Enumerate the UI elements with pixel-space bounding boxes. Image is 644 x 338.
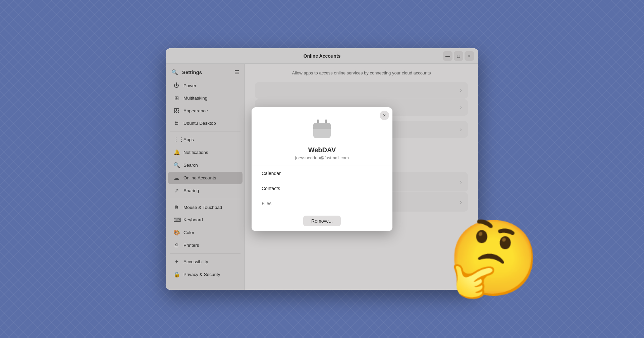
- window-body: 🔍 Settings ☰ ⏻ Power ⊞ Multitasking 🖼 Ap…: [166, 64, 478, 290]
- dialog-feature-contacts: Contacts: [252, 181, 392, 196]
- dialog-title: WebDAV: [308, 146, 336, 154]
- dialog-feature-files: Files: [252, 196, 392, 211]
- dialog-feature-calendar: Calendar: [252, 166, 392, 181]
- webdav-dialog: × WebDAV: [252, 107, 392, 231]
- dialog-features-list: Calendar Contacts Files: [252, 166, 392, 211]
- dialog-overlay: × WebDAV: [166, 64, 478, 290]
- settings-window: Online Accounts — □ × 🔍 Settings ☰ ⏻ Pow…: [166, 48, 478, 290]
- calendar-icon-large: [310, 117, 334, 142]
- dialog-footer: Remove...: [252, 211, 392, 231]
- dialog-email: joeysneddon@fastmail.com: [295, 155, 349, 160]
- svg-rect-4: [313, 127, 331, 129]
- remove-button[interactable]: Remove...: [303, 216, 341, 226]
- dialog-header: WebDAV joeysneddon@fastmail.com: [252, 107, 392, 166]
- dialog-close-button[interactable]: ×: [380, 111, 389, 120]
